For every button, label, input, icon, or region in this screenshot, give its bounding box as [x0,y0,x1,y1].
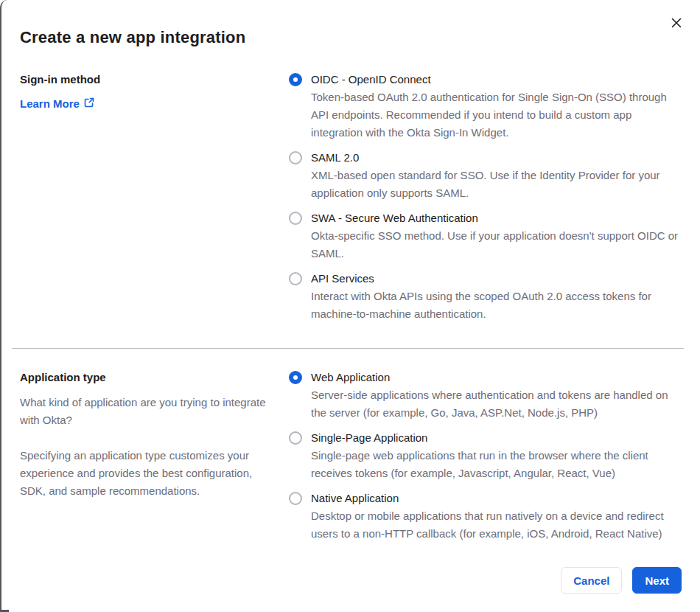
option-label-swa: SWA - Secure Web Authentication [311,209,682,227]
option-description-web-application: Server-side applications where authentic… [311,386,682,422]
option-description-oidc: Token-based OAuth 2.0 authentication for… [311,88,682,142]
sign-in-method-left-column: Sign-in method Learn More [20,71,289,323]
application-type-explanation: Specifying an application type customize… [20,447,280,500]
radio-oidc-selected[interactable] [289,73,302,86]
option-text: API Services Interact with Okta APIs usi… [311,270,682,323]
option-label-saml: SAML 2.0 [311,149,682,167]
sign-in-method-heading: Sign-in method [20,71,280,88]
option-description-saml: XML-based open standard for SSO. Use if … [311,167,682,202]
radio-option-swa[interactable]: SWA - Secure Web Authentication Okta-spe… [289,209,682,262]
dialog-footer: Cancel Next [561,567,682,594]
option-description-single-page-application: Single-page web applications that run in… [311,447,682,482]
option-text: Web Application Server-side applications… [311,369,682,422]
radio-swa[interactable] [289,212,302,225]
radio-api-services[interactable] [289,272,302,285]
option-label-single-page-application: Single-Page Application [311,429,682,447]
application-type-left-column: Application type What kind of applicatio… [20,369,289,543]
sign-in-method-section: Sign-in method Learn More OIDC - OpenID … [1,71,700,323]
application-type-question: What kind of application are you trying … [20,394,280,429]
application-type-options: Web Application Server-side applications… [289,369,682,543]
learn-more-link[interactable]: Learn More [20,95,94,113]
radio-option-native-application[interactable]: Native Application Desktop or mobile app… [289,490,682,543]
application-type-heading: Application type [20,369,280,386]
next-button[interactable]: Next [632,567,682,594]
radio-option-api-services[interactable]: API Services Interact with Okta APIs usi… [289,270,682,323]
option-text: OIDC - OpenID Connect Token-based OAuth … [311,71,682,142]
application-type-section: Application type What kind of applicatio… [1,369,700,543]
close-icon [671,18,682,30]
radio-saml[interactable] [289,151,302,164]
option-label-native-application: Native Application [311,490,682,507]
option-label-api-services: API Services [311,270,682,288]
option-text: SWA - Secure Web Authentication Okta-spe… [311,209,682,262]
section-divider [12,348,684,349]
create-app-integration-dialog: Create a new app integration Sign-in met… [0,0,700,612]
cancel-button[interactable]: Cancel [561,567,622,594]
option-text: Native Application Desktop or mobile app… [311,490,682,543]
option-label-oidc: OIDC - OpenID Connect [311,71,682,88]
option-description-api-services: Interact with Okta APIs using the scoped… [311,288,682,323]
external-link-icon [84,95,94,113]
radio-web-application-selected[interactable] [289,371,302,384]
option-text: SAML 2.0 XML-based open standard for SSO… [311,149,682,202]
radio-option-saml[interactable]: SAML 2.0 XML-based open standard for SSO… [289,149,682,202]
option-label-web-application: Web Application [311,369,682,386]
radio-option-single-page-application[interactable]: Single-Page Application Single-page web … [289,429,682,482]
sign-in-method-options: OIDC - OpenID Connect Token-based OAuth … [289,71,682,323]
option-text: Single-Page Application Single-page web … [311,429,682,482]
radio-native-application[interactable] [289,492,302,505]
learn-more-label: Learn More [20,95,80,113]
radio-option-web-application[interactable]: Web Application Server-side applications… [289,369,682,422]
page-title: Create a new app integration [1,0,700,48]
option-description-swa: Okta-specific SSO method. Use if your ap… [311,227,682,262]
close-button[interactable] [668,15,685,32]
radio-option-oidc[interactable]: OIDC - OpenID Connect Token-based OAuth … [289,71,682,142]
radio-single-page-application[interactable] [289,431,302,445]
option-description-native-application: Desktop or mobile applications that run … [311,507,682,543]
